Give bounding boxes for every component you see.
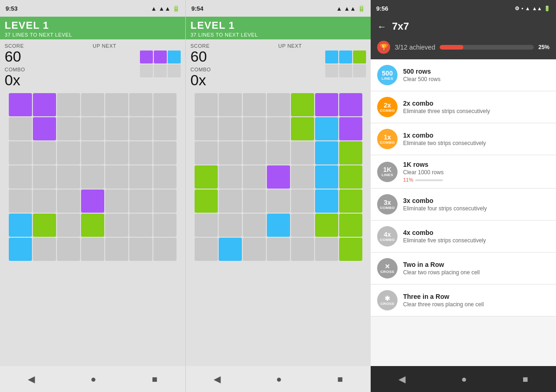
- cell: [315, 165, 338, 189]
- cell: [9, 214, 32, 237]
- cell: [129, 141, 152, 164]
- cell: [129, 214, 152, 237]
- up-next-block-middle: UP NEXT: [278, 43, 366, 89]
- cell: [243, 238, 266, 261]
- score-value-middle: 60: [190, 49, 278, 65]
- level-header-left: LEVEL 1 37 LINES TO NEXT LEVEL: [0, 17, 185, 39]
- up-next-cell: [325, 64, 338, 77]
- time-left: 9:53: [6, 5, 18, 12]
- cell: [153, 165, 177, 189]
- cell: [153, 141, 177, 164]
- dot-icon-right: •: [521, 6, 523, 11]
- cell: [315, 190, 338, 213]
- cell: [291, 165, 314, 189]
- achievement-item: 1xCOMBO1x comboEliminate two strips cons…: [371, 123, 556, 155]
- cell: [315, 238, 338, 261]
- cell: [195, 93, 218, 116]
- achievement-summary: 🏆 3/12 achieved 25%: [371, 37, 556, 59]
- back-button-left[interactable]: ◀: [28, 373, 35, 385]
- cell: [195, 141, 218, 164]
- recent-button-right-nav[interactable]: ■: [523, 374, 528, 385]
- cell: [105, 238, 128, 261]
- achievement-item: 3xCOMBO3x comboEliminate four strips con…: [371, 189, 556, 221]
- cell: [219, 141, 242, 164]
- recent-button-left[interactable]: ■: [152, 374, 158, 385]
- achievement-desc: Clear 1000 rows: [403, 169, 550, 176]
- cell: [81, 93, 104, 116]
- cell: [153, 93, 177, 116]
- back-button-middle[interactable]: ◀: [214, 373, 221, 385]
- cell: [267, 190, 290, 213]
- wifi-icon-left: ▲: [151, 5, 157, 12]
- achievement-item: 4xCOMBO4x comboEliminate five strips con…: [371, 221, 556, 253]
- recent-button-middle[interactable]: ■: [337, 374, 343, 385]
- achievement-item: 2xCOMBO2x comboEliminate three strips co…: [371, 91, 556, 123]
- status-bar-left: 9:53 ▲ ▲▲ 🔋: [0, 0, 185, 17]
- cell: [105, 165, 128, 189]
- cell: [267, 141, 290, 164]
- game-grid-container-left[interactable]: [0, 90, 185, 366]
- cell: [219, 238, 242, 261]
- cell: [81, 214, 104, 237]
- cell: [9, 141, 32, 164]
- bottom-nav-middle: ◀ ● ■: [186, 366, 371, 392]
- status-bar-right: 9:56 ⚙ • ▲ ▲▲ 🔋: [371, 0, 556, 17]
- wifi-icon-middle: ▲: [336, 5, 342, 12]
- status-icons-middle: ▲ ▲▲ 🔋: [336, 5, 365, 12]
- cell: [57, 214, 80, 237]
- battery-icon-left: 🔋: [172, 5, 180, 12]
- bottom-nav-left: ◀ ● ■: [0, 366, 185, 392]
- level-header-middle: LEVEL 1 37 LINES TO NEXT LEVEL: [186, 17, 371, 39]
- cell: [291, 214, 314, 237]
- achieved-number: 3/12: [395, 44, 407, 51]
- achievement-desc: Clear three rows placing one cell: [403, 301, 550, 308]
- cell: [315, 214, 338, 237]
- achievement-title: Two in a Row: [403, 261, 550, 268]
- cell: [243, 190, 266, 213]
- achievement-badge: 500LINES: [377, 65, 398, 85]
- cell: [219, 214, 242, 237]
- status-icons-right: ⚙ • ▲ ▲▲ 🔋: [515, 6, 550, 12]
- achievement-item: 1KLINES1K rowsClear 1000 rows11%: [371, 155, 556, 189]
- cell: [129, 93, 152, 116]
- level-subtitle-left: 37 LINES TO NEXT LEVEL: [5, 32, 181, 38]
- phone-right: 9:56 ⚙ • ▲ ▲▲ 🔋 ← 7x7 🏆 3/12 achieved 25…: [371, 0, 556, 392]
- cell: [195, 117, 218, 140]
- phone-left: 9:53 ▲ ▲▲ 🔋 LEVEL 1 37 LINES TO NEXT LEV…: [0, 0, 185, 392]
- bottom-nav-right: ◀ ● ■: [371, 366, 556, 392]
- cell: [195, 190, 218, 213]
- level-subtitle-middle: 37 LINES TO NEXT LEVEL: [190, 32, 366, 38]
- back-button-right-nav[interactable]: ◀: [398, 373, 405, 385]
- combo-value-left: 0x: [5, 72, 93, 89]
- up-next-grid-middle: [325, 51, 366, 77]
- achievement-title: 4x combo: [403, 229, 550, 236]
- score-block-left: SCORE 60 COMBO 0x: [5, 43, 93, 89]
- achievement-title: 500 rows: [403, 68, 550, 75]
- up-next-cell: [339, 51, 352, 63]
- stats-row-middle: SCORE 60 COMBO 0x UP NEXT: [186, 39, 371, 90]
- home-button-left[interactable]: ●: [90, 374, 96, 385]
- cell: [267, 117, 290, 140]
- achievement-info: 1K rowsClear 1000 rows11%: [403, 161, 550, 183]
- home-button-middle[interactable]: ●: [276, 374, 282, 385]
- achieved-count: 3/12 achieved: [395, 44, 435, 51]
- signal-icon-left: ▲▲: [158, 5, 171, 12]
- cell: [315, 93, 338, 116]
- achievement-title: 3x combo: [403, 197, 550, 204]
- cell: [33, 93, 56, 116]
- cell: [219, 93, 242, 116]
- cell: [291, 117, 314, 140]
- signal-icon-right: ▲▲: [532, 6, 542, 11]
- achievement-desc: Clear 500 rows: [403, 76, 550, 82]
- overall-progress-bar: [440, 45, 534, 50]
- achieved-label: achieved: [409, 44, 435, 51]
- home-button-right-nav[interactable]: ●: [461, 374, 467, 385]
- achievement-info: 2x comboEliminate three strips consecuti…: [403, 100, 550, 114]
- achievement-progress: 11%: [403, 177, 550, 183]
- cell: [339, 165, 362, 189]
- back-button-right[interactable]: ←: [377, 21, 386, 32]
- cell: [153, 214, 177, 237]
- cell: [195, 214, 218, 237]
- combo-block-middle: COMBO 0x: [190, 67, 278, 89]
- game-grid-container-middle[interactable]: [186, 90, 371, 366]
